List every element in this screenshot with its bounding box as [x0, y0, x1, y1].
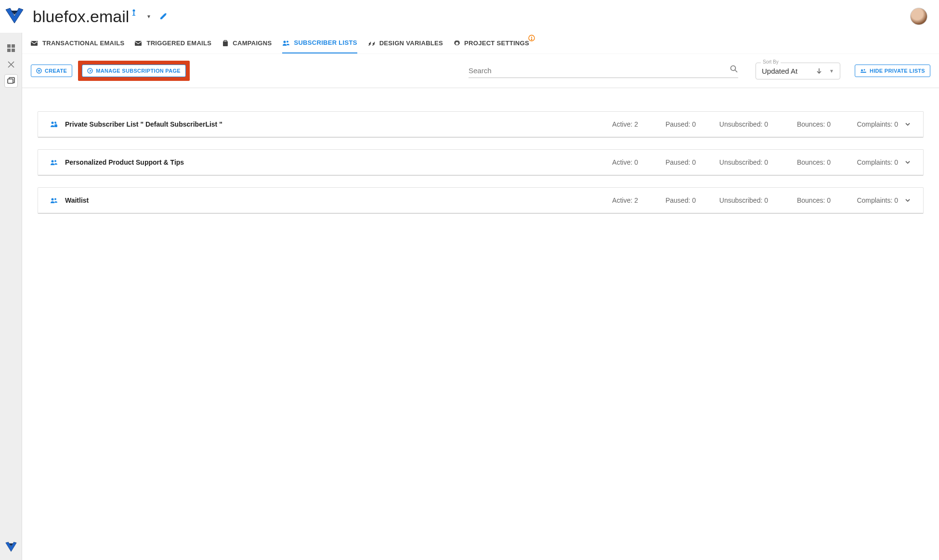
hide-private-lists-button[interactable]: HIDE PRIVATE LISTS: [855, 65, 930, 77]
tab-label: DESIGN VARIABLES: [379, 39, 443, 47]
private-list-icon: [50, 120, 58, 128]
svg-rect-6: [8, 79, 13, 83]
brand-name: bluefox.email: [33, 7, 129, 26]
arrow-circle-icon: [87, 68, 93, 74]
svg-point-40: [54, 160, 56, 162]
tab-label: SUBSCRIBER LISTS: [294, 39, 357, 46]
sort-by-value: Updated At: [762, 67, 816, 75]
chevron-down-icon[interactable]: [904, 120, 912, 128]
highlight-box: MANAGE SUBSCRIPTION PAGE: [78, 61, 190, 81]
brand-status-icon: [131, 9, 145, 16]
svg-rect-0: [7, 44, 11, 48]
stat-bounces: Bounces: 0: [768, 196, 831, 204]
svg-marker-9: [6, 8, 23, 23]
stat-complaints: Complaints: 0: [831, 158, 898, 166]
alert-icon: [528, 35, 535, 41]
svg-point-41: [52, 198, 54, 201]
svg-point-18: [284, 40, 286, 43]
stat-bounces: Bounces: 0: [768, 158, 831, 166]
svg-point-19: [287, 40, 288, 42]
svg-rect-1: [12, 44, 15, 48]
create-button[interactable]: CREATE: [31, 65, 72, 77]
list-row[interactable]: Personalized Product Support & Tips Acti…: [38, 149, 924, 176]
tab-label: TRANSACTIONAL EMAILS: [42, 39, 124, 47]
tab-campaigns[interactable]: CAMPAIGNS: [222, 33, 272, 53]
logo-icon: [5, 7, 24, 26]
svg-point-28: [88, 68, 92, 73]
svg-rect-17: [135, 41, 142, 46]
stat-complaints: Complaints: 0: [831, 196, 898, 204]
tab-design-variables[interactable]: DESIGN VARIABLES: [368, 33, 443, 53]
stat-unsubscribed: Unsubscribed: 0: [696, 120, 768, 128]
stat-unsubscribed: Unsubscribed: 0: [696, 196, 768, 204]
brand[interactable]: bluefox.email ▾: [5, 7, 176, 26]
list-row[interactable]: Waitlist Active: 2 Paused: 0 Unsubscribe…: [38, 187, 924, 214]
svg-point-33: [863, 69, 865, 71]
svg-point-35: [52, 122, 54, 124]
svg-rect-12: [133, 12, 134, 15]
svg-point-42: [54, 198, 56, 200]
design-tools-icon[interactable]: [159, 12, 176, 21]
stat-active: Active: 0: [585, 158, 638, 166]
svg-point-36: [54, 122, 56, 124]
tab-label: PROJECT SETTINGS: [464, 39, 529, 47]
stat-complaints: Complaints: 0: [831, 120, 898, 128]
stat-bounces: Bounces: 0: [768, 120, 831, 128]
stat-paused: Paused: 0: [638, 120, 696, 128]
stat-unsubscribed: Unsubscribed: 0: [696, 158, 768, 166]
search-icon[interactable]: [730, 65, 738, 73]
tab-label: CAMPAIGNS: [233, 39, 272, 47]
svg-point-39: [52, 160, 54, 163]
left-rail: [0, 0, 22, 560]
svg-point-24: [531, 39, 532, 40]
chevron-down-icon[interactable]: [904, 158, 912, 166]
stat-active: Active: 2: [585, 120, 638, 128]
sort-by-label: Sort By: [761, 59, 781, 65]
chevron-down-icon[interactable]: [904, 196, 912, 204]
sort-by-select[interactable]: Sort By Updated At ▼: [756, 63, 840, 79]
tab-subscriber-lists[interactable]: SUBSCRIBER LISTS: [282, 33, 357, 53]
svg-rect-34: [861, 72, 866, 73]
tab-icon: [135, 40, 143, 46]
brand-dropdown-icon[interactable]: ▾: [147, 13, 150, 20]
tools-icon[interactable]: [4, 58, 18, 71]
sort-direction-icon[interactable]: [816, 67, 822, 74]
stat-paused: Paused: 0: [638, 158, 696, 166]
svg-point-21: [373, 43, 374, 44]
search-input[interactable]: [469, 64, 738, 78]
group-icon: [50, 159, 58, 166]
create-button-label: CREATE: [45, 68, 67, 74]
search-input-wrap: [469, 64, 738, 78]
svg-rect-38: [55, 124, 57, 125]
tab-label: TRIGGERED EMAILS: [146, 39, 211, 47]
stat-paused: Paused: 0: [638, 196, 696, 204]
stat-active: Active: 2: [585, 196, 638, 204]
dashboard-icon[interactable]: [4, 41, 18, 55]
dropdown-caret-icon[interactable]: ▼: [829, 68, 834, 74]
tab-icon: [282, 39, 290, 46]
hide-private-lists-button-label: HIDE PRIVATE LISTS: [870, 68, 925, 74]
tab-icon: [31, 40, 39, 46]
folders-icon[interactable]: [4, 74, 18, 88]
manage-subscription-page-button[interactable]: MANAGE SUBSCRIPTION PAGE: [82, 65, 186, 77]
group-icon: [50, 197, 58, 204]
svg-line-30: [735, 70, 737, 73]
avatar[interactable]: [910, 8, 927, 25]
tabs: TRANSACTIONAL EMAILSTRIGGERED EMAILSCAMP…: [22, 33, 939, 54]
tab-icon: [368, 40, 376, 47]
list-name: Waitlist: [65, 196, 585, 204]
svg-point-32: [861, 69, 863, 71]
action-row: CREATE MANAGE SUBSCRIPTION PAGE: [22, 54, 939, 88]
list-name: Personalized Product Support & Tips: [65, 158, 585, 166]
tab-project-settings[interactable]: PROJECT SETTINGS: [454, 33, 529, 53]
list-row[interactable]: Private Subscriber List " Default Subscr…: [38, 111, 924, 138]
svg-point-11: [133, 10, 135, 12]
svg-point-20: [369, 43, 370, 44]
list-area: Private Subscriber List " Default Subscr…: [22, 88, 939, 237]
svg-rect-13: [132, 15, 135, 16]
hide-icon: [860, 68, 867, 74]
logo-small-icon: [4, 541, 18, 554]
tab-transactional-emails[interactable]: TRANSACTIONAL EMAILS: [31, 33, 124, 53]
tab-triggered-emails[interactable]: TRIGGERED EMAILS: [135, 33, 211, 53]
svg-rect-3: [12, 49, 15, 52]
